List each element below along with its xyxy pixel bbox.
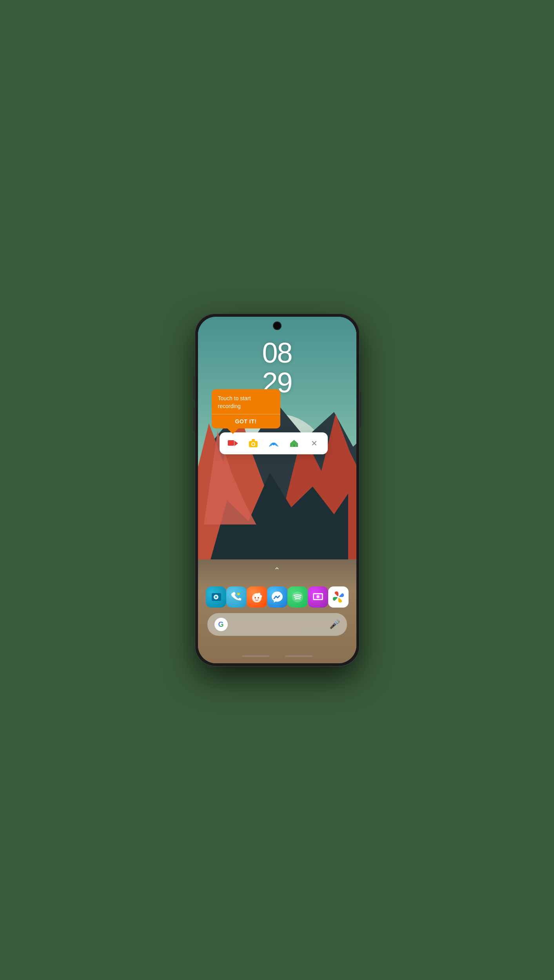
video-icon — [228, 439, 238, 447]
phone-device: 08 29 Touch to start recording GOT IT! — [195, 314, 360, 666]
phone-app-icon[interactable] — [226, 586, 247, 608]
app-row — [206, 586, 349, 608]
floating-toolbar: ✕ — [220, 432, 328, 454]
camera-icon — [249, 439, 258, 448]
tooltip-popup[interactable]: Touch to start recording GOT IT! — [212, 389, 280, 428]
broadcast-svg — [269, 439, 279, 446]
screener-icon — [312, 591, 324, 603]
svg-point-5 — [252, 443, 254, 445]
svg-marker-1 — [234, 441, 238, 446]
messenger-app-icon[interactable] — [267, 586, 287, 608]
spotify-icon — [291, 590, 304, 604]
clock-widget: 08 29 — [262, 338, 292, 397]
screener-app-icon[interactable] — [308, 586, 328, 608]
close-toolbar-button[interactable]: ✕ — [307, 436, 322, 450]
messenger-icon — [271, 591, 283, 603]
app-drawer-handle[interactable]: ⌃ — [274, 566, 280, 575]
svg-point-13 — [258, 597, 259, 599]
svg-point-15 — [254, 593, 259, 597]
camera-lens-icon — [214, 595, 218, 599]
clock-display: 08 29 — [262, 338, 292, 397]
tooltip-text: Touch to start recording — [218, 395, 274, 410]
svg-rect-0 — [228, 440, 234, 446]
phone-screen: 08 29 Touch to start recording GOT IT! — [198, 317, 356, 663]
svg-rect-8 — [293, 445, 295, 447]
svg-rect-3 — [252, 439, 255, 441]
google-logo: G — [214, 618, 228, 631]
svg-point-17 — [260, 595, 262, 597]
navigation-bar — [198, 653, 356, 659]
google-g-letter: G — [218, 621, 223, 629]
broadcast-button[interactable] — [267, 436, 281, 450]
nav-pill-right — [285, 655, 312, 657]
dock-area: G 🎤 — [198, 586, 356, 636]
screenshot-button[interactable] — [246, 436, 260, 450]
nav-pill-left — [242, 655, 269, 657]
broadcast-icon — [269, 439, 279, 448]
svg-point-12 — [254, 597, 256, 599]
svg-point-21 — [316, 595, 320, 598]
camera-app-icon[interactable] — [206, 586, 226, 608]
home-button[interactable] — [287, 436, 301, 450]
got-it-button[interactable]: GOT IT! — [218, 414, 274, 428]
camera-notch — [274, 322, 281, 329]
record-video-button[interactable] — [226, 436, 240, 450]
phone-icon — [231, 591, 242, 603]
clock-hours: 08 — [262, 338, 292, 368]
pinwheel-icon — [332, 590, 345, 604]
home-icon — [289, 439, 299, 448]
spotify-app-icon[interactable] — [287, 586, 308, 608]
chevron-up-icon: ⌃ — [274, 566, 280, 575]
voice-search-icon[interactable]: 🎤 — [329, 619, 340, 630]
close-icon: ✕ — [311, 439, 318, 448]
svg-point-23 — [337, 596, 340, 598]
search-bar[interactable]: G 🎤 — [207, 613, 347, 636]
reddit-icon — [250, 590, 264, 604]
pinwheel-app-icon[interactable] — [328, 586, 349, 608]
reddit-app-icon[interactable] — [247, 586, 267, 608]
